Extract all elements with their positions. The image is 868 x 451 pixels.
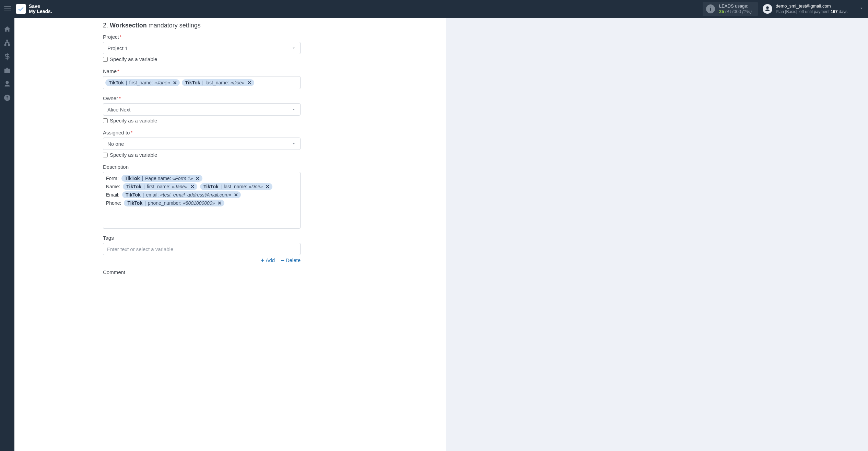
section-rest: mandatory settings (149, 22, 201, 29)
field-name: Name* TikTok| first_name: «Jane»✕TikTok|… (103, 68, 301, 89)
variable-chip[interactable]: TikTok| Page name: «Form 1»✕ (121, 175, 203, 182)
checkbox-project-label[interactable]: Specify as a variable (110, 56, 157, 62)
chip-remove-icon[interactable]: ✕ (173, 80, 177, 85)
chip-value: «Jane» (154, 80, 170, 85)
tag-actions: +Add –Delete (103, 257, 301, 263)
tags-add-link[interactable]: +Add (261, 257, 275, 263)
chip-sep: | (143, 192, 144, 198)
usage-label: LEADS usage: (719, 3, 752, 9)
sidebar-briefcase-icon[interactable] (3, 67, 11, 74)
checkbox-owner-var[interactable] (103, 118, 108, 123)
checkbox-owner-label[interactable]: Specify as a variable (110, 118, 157, 123)
user-plan: Plan |Basic| left until payment 167 days (776, 9, 847, 14)
select-owner[interactable]: Alice Next (103, 103, 301, 116)
sidebar-user-icon[interactable] (3, 80, 11, 88)
label-description: Description (103, 164, 301, 170)
sidebar-help-icon[interactable]: ? (3, 94, 11, 102)
usage-of: of (725, 9, 729, 14)
chip-remove-icon[interactable]: ✕ (196, 176, 200, 181)
select-project-value: Project 1 (107, 45, 128, 51)
chevron-down-icon (291, 46, 296, 50)
section-strong: Worksection (110, 22, 147, 29)
chip-value: «8001000000» (183, 200, 215, 206)
chip-remove-icon[interactable]: ✕ (266, 184, 270, 189)
section-title: 2. Worksection mandatory settings (103, 22, 301, 29)
sidebar-sitemap-icon[interactable] (3, 39, 11, 47)
description-row: Email:TikTok| email: «test_email_address… (106, 191, 297, 198)
chip-key: last_name: (224, 184, 247, 189)
chip-remove-icon[interactable]: ✕ (218, 200, 222, 206)
description-row-label: Phone: (106, 200, 121, 206)
chip-sep: | (202, 80, 203, 85)
chip-sep: | (126, 80, 127, 85)
user-email: demo_sml_test@gmail.com (776, 3, 847, 9)
checkrow-assigned: Specify as a variable (103, 152, 301, 158)
required-star: * (130, 130, 132, 135)
label-project-text: Project (103, 34, 119, 40)
label-name-text: Name (103, 68, 117, 74)
chip-source: TikTok (203, 184, 219, 189)
chip-value: «Jane» (172, 184, 188, 189)
info-icon: i (706, 4, 715, 13)
chip-sep: | (221, 184, 222, 189)
plan-days: 167 (831, 9, 837, 14)
minus-icon: – (281, 257, 284, 263)
required-star: * (117, 68, 119, 74)
label-tags: Tags (103, 235, 301, 241)
variable-chip[interactable]: TikTok| last_name: «Doe»✕ (182, 79, 254, 86)
input-tags[interactable] (103, 243, 301, 255)
chip-sep: | (143, 184, 145, 189)
chevron-down-icon (291, 107, 296, 112)
menu-toggle[interactable] (3, 4, 12, 14)
form-card: 2. Worksection mandatory settings Projec… (14, 18, 446, 451)
user-lines: demo_sml_test@gmail.com Plan |Basic| lef… (776, 3, 847, 14)
label-name: Name* (103, 68, 301, 74)
label-owner-text: Owner (103, 95, 118, 101)
label-project: Project* (103, 34, 301, 40)
checkbox-project-var[interactable] (103, 57, 108, 62)
usage-pct: (1%) (742, 9, 752, 14)
field-comment: Comment (103, 269, 301, 275)
required-star: * (119, 95, 121, 101)
chip-source: TikTok (127, 200, 142, 206)
user-box[interactable]: demo_sml_test@gmail.com Plan |Basic| lef… (763, 3, 864, 14)
brand-name: Save My Leads (29, 4, 52, 14)
description-row-label: Email: (106, 192, 119, 198)
chip-remove-icon[interactable]: ✕ (247, 80, 251, 85)
variable-chip[interactable]: TikTok| first_name: «Jane»✕ (105, 79, 180, 86)
avatar-icon (763, 4, 772, 14)
chevron-down-icon[interactable] (859, 6, 864, 12)
input-name[interactable]: TikTok| first_name: «Jane»✕TikTok| last_… (103, 76, 301, 89)
select-project[interactable]: Project 1 (103, 42, 301, 54)
variable-chip[interactable]: TikTok| email: «test_email_address@mail.… (122, 191, 241, 198)
variable-chip[interactable]: TikTok| first_name: «Jane»✕ (123, 183, 197, 190)
field-tags: Tags +Add –Delete (103, 235, 301, 263)
field-assigned: Assigned to* No one Specify as a variabl… (103, 130, 301, 158)
checkbox-assigned-label[interactable]: Specify as a variable (110, 152, 157, 158)
chip-value: «Doe» (231, 80, 245, 85)
select-assigned[interactable]: No one (103, 138, 301, 150)
variable-chip[interactable]: TikTok| last_name: «Doe»✕ (200, 183, 272, 190)
input-description[interactable]: Form:TikTok| Page name: «Form 1»✕Name:Ti… (103, 172, 301, 229)
chip-remove-icon[interactable]: ✕ (190, 184, 195, 189)
brand-logo[interactable] (16, 4, 26, 14)
label-owner: Owner* (103, 95, 301, 101)
label-assigned-text: Assigned to (103, 130, 130, 135)
tags-delete-link[interactable]: –Delete (281, 257, 301, 263)
chip-sep: | (142, 176, 143, 181)
field-project: Project* Project 1 Specify as a variable (103, 34, 301, 62)
usage-box[interactable]: i LEADS usage: 25 of 5'000 (1%) (703, 2, 758, 16)
chip-sep: | (144, 200, 146, 206)
sidebar-dollar-icon[interactable] (3, 53, 11, 60)
sidebar: ? (0, 18, 14, 451)
chip-value: «Doe» (249, 184, 263, 189)
chip-source: TikTok (126, 192, 141, 198)
chip-remove-icon[interactable]: ✕ (234, 192, 238, 198)
usage-text: LEADS usage: 25 of 5'000 (1%) (719, 3, 752, 15)
description-row: Phone:TikTok| phone_number: «8001000000»… (106, 200, 297, 206)
select-assigned-value: No one (107, 141, 124, 147)
sidebar-home-icon[interactable] (3, 25, 11, 33)
chip-source: TikTok (125, 176, 140, 181)
variable-chip[interactable]: TikTok| phone_number: «8001000000»✕ (124, 200, 224, 206)
checkbox-assigned-var[interactable] (103, 153, 108, 157)
